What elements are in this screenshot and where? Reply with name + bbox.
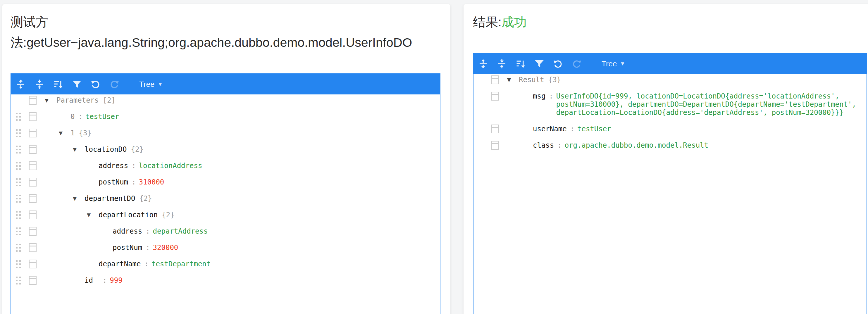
expand-toggle[interactable]: ▼ xyxy=(87,211,98,219)
tree-row-content: ▼departLocation{2} xyxy=(11,211,440,219)
field-value[interactable]: UserInfoDO{id=999, locationDO=LocationDO… xyxy=(556,92,867,117)
drag-handle-icon[interactable] xyxy=(16,260,21,268)
result-title: 结果:成功 xyxy=(473,12,868,32)
field-name[interactable]: address xyxy=(113,227,142,236)
field-name: 0 xyxy=(70,113,74,121)
field-name[interactable]: id xyxy=(85,276,93,284)
tree-row: ▼Parameters[2] xyxy=(11,96,440,104)
expand-toggle[interactable]: ▼ xyxy=(45,96,57,104)
context-menu-button[interactable] xyxy=(29,145,36,154)
expand-toggle[interactable]: ▼ xyxy=(59,129,70,137)
redo-button[interactable] xyxy=(109,78,120,90)
field-name[interactable]: postNum xyxy=(98,178,128,186)
field-name[interactable]: departLocation xyxy=(98,211,158,219)
context-menu-button[interactable] xyxy=(29,276,36,285)
field-value[interactable]: org.apache.dubbo.demo.model.Result xyxy=(565,141,708,149)
field-separator: : xyxy=(103,276,107,284)
tree-row-content: ▼1{3} xyxy=(11,129,440,137)
field-value[interactable]: 320000 xyxy=(153,244,178,252)
expand-toggle[interactable]: ▼ xyxy=(73,145,85,154)
field-separator: : xyxy=(78,113,82,121)
expand-toggle[interactable]: ▼ xyxy=(73,194,85,202)
context-menu-button[interactable] xyxy=(491,125,499,133)
json-editor-toolbar: Tree▼ xyxy=(473,54,867,74)
collapse-all-button[interactable] xyxy=(496,58,507,69)
field-name[interactable]: userName xyxy=(533,125,567,133)
field-name[interactable]: address xyxy=(98,162,128,170)
result-label: 结果: xyxy=(473,15,501,29)
result-tree: ▼Result{3}msg:UserInfoDO{id=999, locatio… xyxy=(473,74,867,149)
field-value[interactable]: testUser xyxy=(85,113,119,121)
tree-row-content: 0:testUser xyxy=(11,113,440,121)
undo-button[interactable] xyxy=(90,78,101,90)
filter-button[interactable] xyxy=(71,78,83,90)
json-editor-toolbar: Tree▼ xyxy=(11,74,440,94)
field-name: Parameters xyxy=(57,96,99,104)
mode-dropdown[interactable]: Tree▼ xyxy=(601,59,625,68)
collapse-all-button[interactable] xyxy=(34,78,45,90)
field-name: 1 xyxy=(70,129,74,137)
field-value[interactable]: testUser xyxy=(577,125,611,133)
field-value[interactable]: 310000 xyxy=(139,178,164,186)
field-name[interactable]: msg xyxy=(533,92,546,100)
test-method-title: 测试方法:getUser~java.lang.String;org.apache… xyxy=(10,12,442,53)
expand-all-button[interactable] xyxy=(477,58,489,69)
drag-handle-icon[interactable] xyxy=(16,227,21,236)
context-menu-button[interactable] xyxy=(29,243,36,252)
context-menu-button[interactable] xyxy=(29,161,36,170)
child-count: [2] xyxy=(103,96,116,104)
field-name[interactable]: class xyxy=(533,141,554,149)
redo-icon xyxy=(572,59,582,69)
filter-icon xyxy=(72,79,82,89)
field-value[interactable]: 999 xyxy=(110,276,122,284)
drag-handle-icon[interactable] xyxy=(16,129,21,137)
context-menu-button[interactable] xyxy=(29,260,36,269)
context-menu-button[interactable] xyxy=(29,112,36,121)
context-menu-button[interactable] xyxy=(491,75,499,84)
context-menu-button[interactable] xyxy=(491,92,499,101)
context-menu-button[interactable] xyxy=(491,141,499,150)
field-name[interactable]: postNum xyxy=(113,244,142,252)
sort-button[interactable] xyxy=(515,58,526,69)
expand-all-button[interactable] xyxy=(15,78,26,90)
drag-handle-icon[interactable] xyxy=(16,195,21,202)
tree-row: ▼Result{3} xyxy=(473,76,867,84)
field-name[interactable]: locationDO xyxy=(85,145,127,154)
drag-handle-icon[interactable] xyxy=(16,244,21,252)
drag-handle-icon[interactable] xyxy=(16,178,21,186)
field-value[interactable]: testDepartment xyxy=(152,260,211,268)
field-separator: : xyxy=(132,162,136,170)
redo-button[interactable] xyxy=(571,58,582,69)
field-value[interactable]: locationAddress xyxy=(139,162,203,170)
context-menu-button[interactable] xyxy=(29,178,36,187)
filter-button[interactable] xyxy=(534,58,545,69)
mode-dropdown-label: Tree xyxy=(601,59,617,68)
drag-handle-icon[interactable] xyxy=(16,113,21,121)
field-value[interactable]: departAddress xyxy=(153,227,208,236)
field-name[interactable]: departName xyxy=(98,260,141,268)
expand-toggle[interactable]: ▼ xyxy=(507,76,519,84)
tree-row: userName:testUser xyxy=(473,125,867,133)
drag-handle-icon[interactable] xyxy=(16,162,21,170)
drag-handle-icon[interactable] xyxy=(16,211,21,219)
context-menu-button[interactable] xyxy=(29,194,36,203)
tree-row-content: ▼departmentDO{2} xyxy=(11,194,440,202)
sort-button[interactable] xyxy=(53,78,64,90)
undo-icon xyxy=(553,59,563,69)
drag-handle-icon[interactable] xyxy=(16,277,21,284)
tree-row: postNum:310000 xyxy=(11,178,440,186)
tree-row: postNum:320000 xyxy=(11,244,440,252)
context-menu-button[interactable] xyxy=(29,96,36,105)
context-menu-button[interactable] xyxy=(29,227,36,236)
tree-row-content: id:999 xyxy=(11,276,440,284)
chevron-down-icon: ▼ xyxy=(620,61,625,67)
drag-handle-icon[interactable] xyxy=(16,146,21,154)
parameters-json-editor: Tree▼ ▼Parameters[2]0:testUser▼1{3}▼loca… xyxy=(10,73,440,314)
context-menu-button[interactable] xyxy=(29,129,36,137)
mode-dropdown[interactable]: Tree▼ xyxy=(139,80,163,89)
field-name[interactable]: departmentDO xyxy=(85,194,135,202)
undo-button[interactable] xyxy=(553,58,563,69)
child-count: {2} xyxy=(139,194,152,202)
result-panel: 结果:成功 Tree▼ ▼Result{3}msg:UserInfoDO{id=… xyxy=(464,4,868,314)
context-menu-button[interactable] xyxy=(29,211,36,219)
